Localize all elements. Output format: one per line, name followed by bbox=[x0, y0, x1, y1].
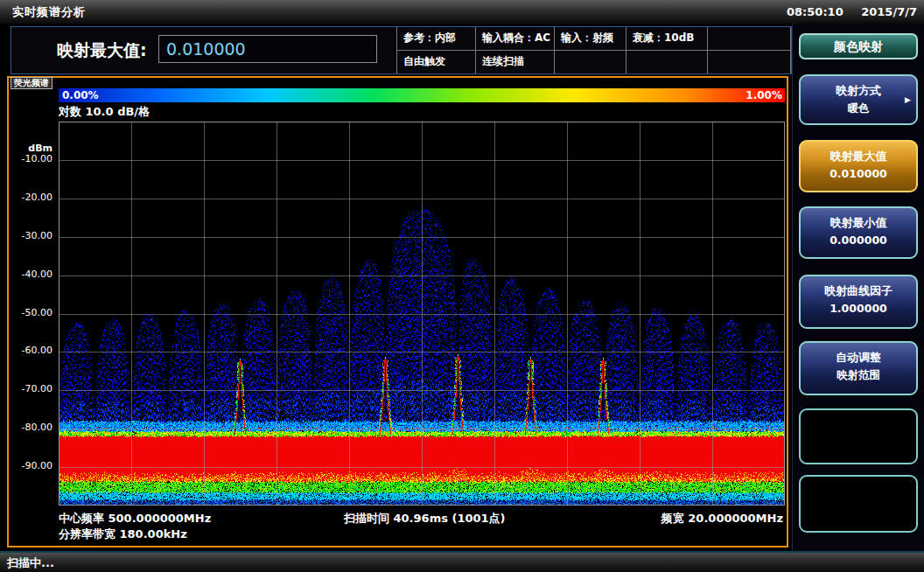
amplitude-scale-label: 对数 10.0 dB/格 bbox=[59, 104, 150, 120]
y-tick--80.00: -80.00 bbox=[9, 422, 52, 433]
softkey-value: 0.000000 bbox=[801, 234, 916, 247]
y-tick--90.00: -90.00 bbox=[9, 460, 52, 471]
softkey-value: 0.010000 bbox=[801, 167, 916, 180]
config-strip: 映射最大值: 参考：内部输入耦合：AC输入：射频衰减：10dB自由触发连续扫描 bbox=[10, 26, 792, 74]
status-cell-r1c2 bbox=[555, 51, 626, 74]
clock: 08:50:10 2015/7/7 bbox=[773, 5, 917, 18]
softkey-map-mode[interactable]: 映射方式暖色▶ bbox=[799, 74, 918, 125]
colormap-gradient-bar: 0.00% 1.00% bbox=[59, 88, 785, 102]
status-cell-r0c4 bbox=[708, 27, 791, 51]
softkey-map-curve[interactable]: 映射曲线因子1.000000 bbox=[799, 275, 918, 329]
y-axis: dBm -10.00-20.00-30.00-40.00-50.00-60.00… bbox=[9, 122, 54, 506]
softkey-label: 映射方式 bbox=[801, 84, 916, 98]
softkey-label: 映射曲线因子 bbox=[801, 284, 916, 298]
date-display: 2015/7/7 bbox=[861, 5, 917, 18]
softkey-map-min[interactable]: 映射最小值0.000000 bbox=[799, 206, 918, 259]
trace-panel: 荧光频谱 0.00% 1.00% 对数 10.0 dB/格 dBm -10.00… bbox=[7, 76, 788, 548]
colormap-max-label: 1.00% bbox=[746, 89, 782, 101]
value-entry-label: 映射最大值: bbox=[57, 39, 147, 62]
softkey-sidebar: 颜色映射 映射方式暖色▶映射最大值0.010000映射最小值0.000000映射… bbox=[792, 24, 924, 551]
status-cell-r0c3: 衰减：10dB bbox=[626, 27, 708, 51]
status-cell-r1c1: 连续扫描 bbox=[476, 51, 555, 74]
softkey-auto-adjust[interactable]: 自动调整映射范围 bbox=[799, 341, 918, 395]
y-tick--20.00: -20.00 bbox=[9, 192, 52, 203]
spectrum-canvas bbox=[59, 122, 785, 506]
y-tick--70.00: -70.00 bbox=[9, 383, 52, 394]
softkey-label: 自动调整 bbox=[801, 351, 916, 365]
softkey-map-max[interactable]: 映射最大值0.010000 bbox=[799, 140, 918, 192]
softkey-value: 映射范围 bbox=[801, 368, 916, 381]
status-cell-r1c4 bbox=[708, 51, 791, 74]
status-cell-r0c1: 输入耦合：AC bbox=[476, 27, 555, 51]
y-tick--40.00: -40.00 bbox=[9, 269, 52, 280]
time-display: 08:50:10 bbox=[787, 5, 844, 18]
status-cell-r0c2: 输入：射频 bbox=[555, 27, 626, 51]
center-freq-label: 中心频率 500.000000MHz bbox=[59, 511, 211, 527]
softkey-label: 映射最小值 bbox=[801, 216, 916, 230]
softkey-value: 1.000000 bbox=[801, 302, 916, 315]
colormap-min-label: 0.00% bbox=[62, 89, 99, 101]
y-tick--50.00: -50.00 bbox=[9, 307, 52, 318]
trace-tab-persistence[interactable]: 荧光频谱 bbox=[10, 77, 52, 89]
softkey-empty-1[interactable] bbox=[799, 408, 918, 464]
softkey-label: 映射最大值 bbox=[801, 150, 916, 164]
y-tick--10.00: -10.00 bbox=[9, 153, 52, 164]
sweep-time-label: 扫描时间 40.96ms (1001点) bbox=[344, 511, 506, 527]
status-cell-r1c0: 自由触发 bbox=[397, 51, 476, 74]
sweep-status-text: 扫描中... bbox=[7, 555, 54, 571]
app-title: 实时频谱分析 bbox=[12, 4, 86, 20]
y-tick--30.00: -30.00 bbox=[9, 230, 52, 241]
title-bar: 实时频谱分析 08:50:10 2015/7/7 bbox=[0, 0, 924, 24]
softkey-value: 暖色 bbox=[801, 101, 916, 115]
value-entry-zone: 映射最大值: bbox=[11, 27, 396, 73]
status-grid: 参考：内部输入耦合：AC输入：射频衰减：10dB自由触发连续扫描 bbox=[396, 27, 791, 73]
status-cell-r0c0: 参考：内部 bbox=[397, 27, 476, 51]
softkey-empty-2[interactable] bbox=[799, 475, 918, 533]
submenu-arrow-icon: ▶ bbox=[905, 95, 911, 104]
y-tick--60.00: -60.00 bbox=[9, 345, 52, 356]
status-bar: 扫描中... bbox=[0, 551, 924, 572]
span-label: 频宽 20.000000MHz bbox=[662, 511, 783, 527]
softkey-menu-header[interactable]: 颜色映射 bbox=[799, 33, 918, 59]
rbw-label: 分辨率带宽 180.00kHz bbox=[59, 527, 187, 542]
status-cell-r1c3 bbox=[626, 51, 708, 74]
map-max-input[interactable] bbox=[158, 35, 377, 63]
spectrum-analyzer-screen: 实时频谱分析 08:50:10 2015/7/7 映射最大值: 参考：内部输入耦… bbox=[0, 0, 924, 572]
